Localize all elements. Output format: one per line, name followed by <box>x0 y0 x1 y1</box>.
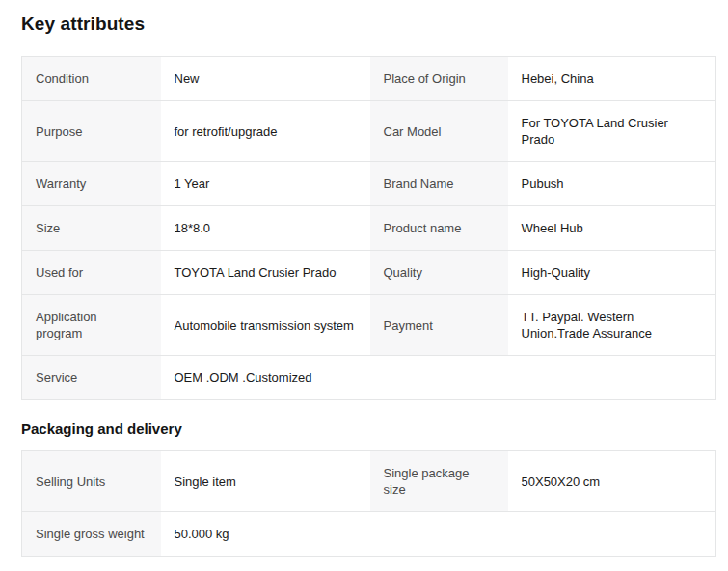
attr-label-application-program: Application program <box>22 295 161 356</box>
attr-value-quality: High-Quality <box>508 251 716 295</box>
table-row: Warranty 1 Year Brand Name Pubush <box>22 162 716 206</box>
attr-value-brand-name: Pubush <box>508 162 716 206</box>
attr-value-place-of-origin: Hebei, China <box>508 57 716 101</box>
attr-value-selling-units: Single item <box>161 451 370 512</box>
attr-value-product-name: Wheel Hub <box>508 206 716 251</box>
attr-label-selling-units: Selling Units <box>22 451 161 512</box>
table-row: Purpose for retrofit/upgrade Car Model F… <box>22 101 716 162</box>
attr-value-single-package-size: 50X50X20 cm <box>508 451 716 512</box>
table-row: Size 18*8.0 Product name Wheel Hub <box>22 206 716 251</box>
packaging-delivery-table: Selling Units Single item Single package… <box>21 450 716 557</box>
attr-value-warranty: 1 Year <box>161 162 370 206</box>
attr-label-brand-name: Brand Name <box>370 162 508 206</box>
attr-empty-cell <box>370 512 716 557</box>
attr-value-service: OEM .ODM .Customized <box>161 356 370 400</box>
attr-label-condition: Condition <box>22 57 161 101</box>
key-attributes-heading: Key attributes <box>21 13 728 35</box>
attr-label-product-name: Product name <box>370 206 508 251</box>
attr-value-used-for: TOYOTA Land Crusier Prado <box>161 251 370 295</box>
attr-label-service: Service <box>22 356 161 400</box>
attr-value-application-program: Automobile transmission system <box>161 295 370 356</box>
key-attributes-table: Condition New Place of Origin Hebei, Chi… <box>21 56 716 400</box>
attr-label-payment: Payment <box>370 295 508 356</box>
attr-label-warranty: Warranty <box>22 162 161 206</box>
attr-label-place-of-origin: Place of Origin <box>370 57 508 101</box>
attr-empty-cell <box>370 356 716 400</box>
table-row: Used for TOYOTA Land Crusier Prado Quali… <box>22 251 716 295</box>
table-row: Service OEM .ODM .Customized <box>22 356 716 400</box>
packaging-delivery-heading: Packaging and delivery <box>21 420 728 438</box>
attr-label-car-model: Car Model <box>370 101 508 162</box>
table-row: Condition New Place of Origin Hebei, Chi… <box>22 57 716 101</box>
attr-label-purpose: Purpose <box>22 101 161 162</box>
attr-label-quality: Quality <box>370 251 508 295</box>
table-row: Single gross weight 50.000 kg <box>22 512 716 557</box>
product-attributes-panel: Key attributes Condition New Place of Or… <box>0 0 728 571</box>
attr-value-payment: TT. Paypal. Western Union.Trade Assuranc… <box>508 295 716 356</box>
attr-label-single-gross-weight: Single gross weight <box>22 512 161 557</box>
attr-value-single-gross-weight: 50.000 kg <box>161 512 370 557</box>
table-row: Selling Units Single item Single package… <box>22 451 716 512</box>
attr-value-purpose: for retrofit/upgrade <box>161 101 370 162</box>
attr-label-single-package-size: Single package size <box>370 451 508 512</box>
table-row: Application program Automobile transmiss… <box>22 295 716 356</box>
attr-label-size: Size <box>22 206 161 251</box>
attr-value-condition: New <box>161 57 370 101</box>
attr-value-car-model: For TOYOTA Land Crusier Prado <box>508 101 716 162</box>
attr-value-size: 18*8.0 <box>161 206 370 251</box>
attr-label-used-for: Used for <box>22 251 161 295</box>
